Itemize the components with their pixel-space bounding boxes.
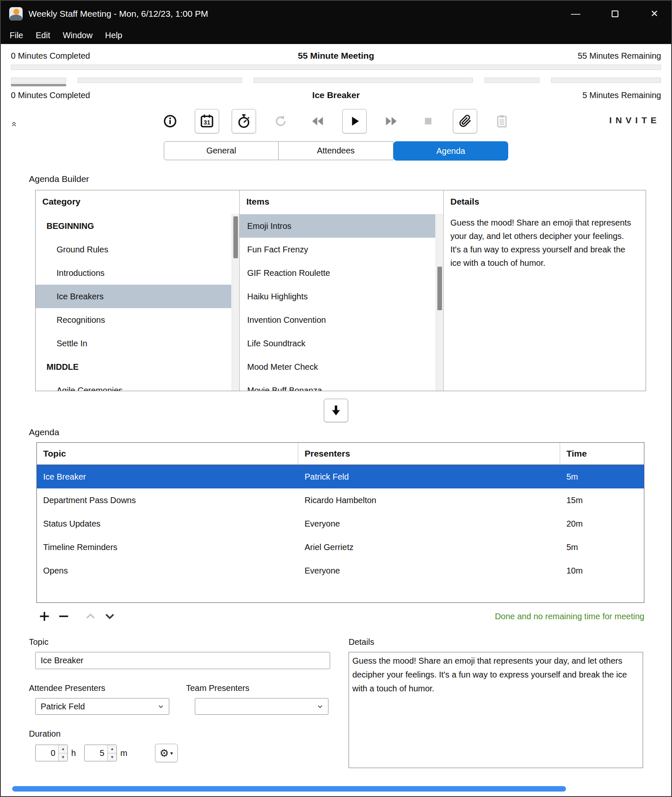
details-header: Details [444,190,646,211]
category-header: Category [36,190,239,211]
minimize-button[interactable]: — [567,5,584,22]
agenda-row[interactable]: OpensEveryone10m [37,559,644,582]
rewind-button[interactable] [305,109,330,133]
category-item[interactable]: Ice Breakers [36,285,231,308]
item-details-text: Guess the mood! Share an emoji that repr… [444,211,646,270]
items-scrollbar-thumb[interactable] [437,267,442,310]
info-icon [163,114,177,128]
collapse-toolbar-chevron[interactable]: « [10,122,19,127]
menu-window[interactable]: Window [57,26,99,44]
reset-icon [274,114,288,128]
tab-general[interactable]: General [164,141,279,160]
progress-segment [484,78,540,83]
menu-edit[interactable]: Edit [29,26,56,44]
category-item[interactable]: Settle In [36,332,231,355]
chevron-down-icon [316,703,324,710]
column-header-topic: Topic [37,443,298,465]
agenda-cell-presenters: Patrick Feld [298,472,560,482]
timer-button[interactable] [232,109,256,133]
attachment-button[interactable] [453,109,477,133]
builder-item[interactable]: Haiku Highlights [240,285,435,308]
attendee-presenters-value: Patrick Feld [41,702,157,711]
builder-item[interactable]: Life Soundtrack [240,332,435,355]
stop-button[interactable] [416,109,440,133]
category-scrollbar[interactable] [232,214,239,391]
chevron-down-icon [103,610,116,623]
play-button[interactable] [342,109,367,133]
horizontal-scrollbar-thumb[interactable] [12,786,566,792]
builder-item[interactable]: Mood Meter Check [240,355,435,379]
duration-minutes-value: 5 [85,745,107,761]
gear-icon: ⚙ [160,748,169,758]
maximize-button[interactable] [607,5,623,22]
agenda-row[interactable]: Status UpdatesEveryone20m [37,512,644,535]
maximize-icon [612,10,618,17]
menu-file[interactable]: File [3,26,29,44]
items-scrollbar[interactable] [436,214,443,391]
add-to-agenda-button[interactable] [324,399,348,422]
agenda-cell-topic: Department Pass Downs [37,496,298,505]
builder-item[interactable]: GIF Reaction Roulette [240,261,435,285]
meeting-title-label: 55 Minute Meeting [202,51,470,61]
builder-item[interactable]: Invention Convention [240,308,435,332]
duration-minutes-input[interactable]: 5 ▲ ▼ [84,745,117,761]
move-item-down-button[interactable] [102,608,118,624]
info-button[interactable] [158,109,182,133]
agenda-cell-presenters: Everyone [298,566,560,576]
builder-item[interactable]: Fun Fact Frenzy [240,238,435,261]
team-presenters-select[interactable] [195,698,328,715]
attendee-presenters-label: Attendee Presenters [29,683,186,693]
attendee-presenters-select[interactable]: Patrick Feld [35,698,169,715]
agenda-cell-presenters: Ricardo Hambelton [298,496,560,505]
progress-segment [11,78,66,83]
items-list: Emoji IntrosFun Fact FrenzyGIF Reaction … [240,211,435,391]
reset-button[interactable] [269,109,293,133]
builder-item[interactable]: Movie Buff Bonanza [240,379,435,391]
time-status-message: Done and no remaining time for meeting [495,612,644,621]
editor-left-column: Topic Attendee Presenters Patrick Feld T… [29,637,349,768]
app-icon [9,7,23,21]
menu-help[interactable]: Help [99,26,129,44]
minus-icon [57,610,70,623]
items-header: Items [240,190,443,211]
details-textarea[interactable]: Guess the mood! Share an emoji that repr… [349,652,643,768]
agenda-row[interactable]: Ice BreakerPatrick Feld5m [37,465,644,488]
tab-attendees[interactable]: Attendees [279,141,393,160]
category-group-label[interactable]: BEGINNING [36,214,231,238]
category-item[interactable]: Recognitions [36,308,231,332]
category-item[interactable]: Agile Ceremonies [36,379,231,391]
agenda-row[interactable]: Department Pass DownsRicardo Hambelton15… [37,488,644,512]
agenda-builder-label: Agenda Builder [29,174,671,184]
close-button[interactable]: ✕ [646,5,663,22]
duration-hours-input[interactable]: 0 ▲ ▼ [35,745,68,761]
agenda-row[interactable]: Timeline RemindersAriel Gerrietz5m [37,535,644,559]
agenda-cell-time: 5m [560,543,644,552]
meeting-completed-label: 0 Minutes Completed [11,51,202,61]
minutes-decrement-button[interactable]: ▼ [108,753,116,761]
add-to-agenda-row [1,399,671,422]
chevron-down-icon [157,703,165,710]
invite-button[interactable]: INVITE [609,115,660,125]
editor-right-column: Details Guess the mood! Share an emoji t… [349,637,643,768]
hours-decrement-button[interactable]: ▼ [59,753,67,761]
hours-increment-button[interactable]: ▲ [59,745,67,753]
duration-hours-value: 0 [36,745,58,761]
move-item-up-button[interactable] [83,608,98,624]
fast-forward-button[interactable] [379,109,403,133]
topic-input[interactable] [35,652,330,669]
remove-agenda-item-button[interactable] [56,608,72,624]
duration-settings-button[interactable]: ⚙ ▾ [155,744,178,762]
category-group-label[interactable]: MIDDLE [36,355,231,379]
fast-forward-icon [384,114,398,128]
hours-unit-label: h [71,748,76,758]
attendee-presenters-group: Attendee Presenters Patrick Feld [29,683,186,715]
builder-item[interactable]: Emoji Intros [240,214,435,238]
category-scrollbar-thumb[interactable] [233,216,238,258]
notes-button[interactable] [490,109,514,133]
tab-agenda[interactable]: Agenda [393,141,508,161]
category-item[interactable]: Ground Rules [36,238,231,261]
category-item[interactable]: Introductions [36,261,231,285]
calendar-button[interactable]: 31 [195,109,219,133]
add-agenda-item-button[interactable] [36,608,52,624]
minutes-increment-button[interactable]: ▲ [108,745,116,753]
